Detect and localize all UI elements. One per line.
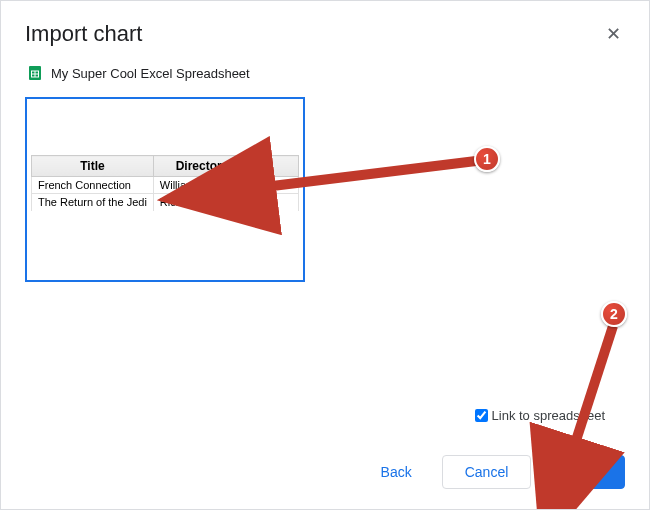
cancel-button[interactable]: Cancel (442, 455, 532, 489)
dialog-footer: Back Cancel Import (25, 441, 625, 489)
col-header (244, 156, 299, 177)
table-row: French Connection William Friedkin 1971 (32, 177, 299, 194)
table-row: The Return of the Jedi Richard 1083 (32, 194, 299, 211)
close-button[interactable]: ✕ (601, 22, 625, 46)
link-to-spreadsheet-checkbox[interactable]: Link to spreadsheet (475, 408, 605, 423)
import-button[interactable]: Import (539, 455, 625, 489)
preview-table: Title Director French Connection William… (31, 155, 299, 211)
chart-thumbnail-inner: Title Director French Connection William… (31, 103, 299, 276)
dialog-header: Import chart ✕ (25, 21, 625, 47)
dialog-title: Import chart (25, 21, 142, 47)
back-button[interactable]: Back (359, 456, 434, 488)
annotation-badge-1: 1 (474, 146, 500, 172)
link-checkbox-input[interactable] (475, 409, 488, 422)
sheets-icon (27, 65, 43, 81)
import-chart-dialog: Import chart ✕ My Super Cool Excel Sprea… (1, 1, 649, 509)
preview-area: Title Director French Connection William… (25, 97, 625, 441)
link-checkbox-label: Link to spreadsheet (492, 408, 605, 423)
file-row: My Super Cool Excel Spreadsheet (25, 65, 625, 81)
close-icon: ✕ (606, 23, 621, 45)
col-header: Title (32, 156, 154, 177)
file-name: My Super Cool Excel Spreadsheet (51, 66, 250, 81)
annotation-badge-2: 2 (601, 301, 627, 327)
chart-thumbnail[interactable]: Title Director French Connection William… (25, 97, 305, 282)
col-header: Director (153, 156, 244, 177)
